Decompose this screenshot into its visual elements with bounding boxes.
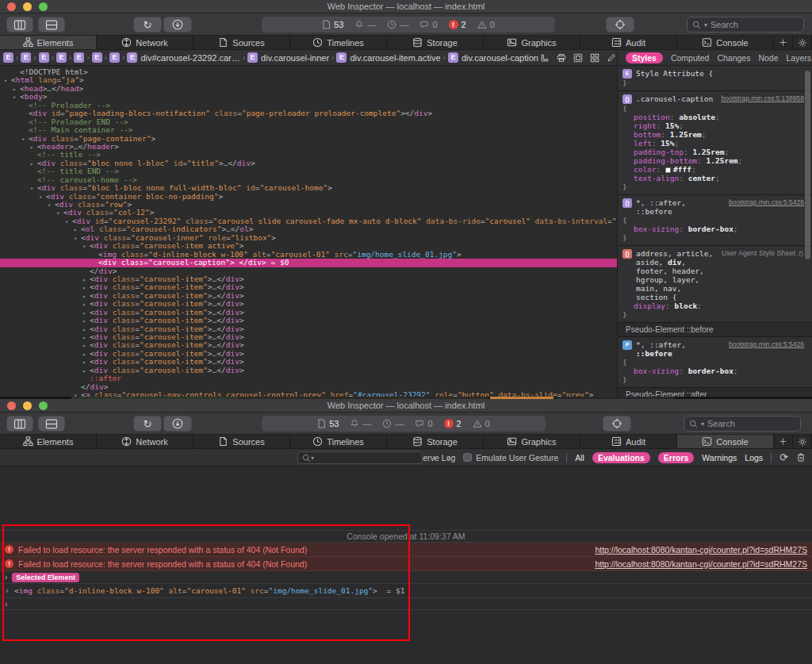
stylesheet-source-link[interactable]: bootstrap.min.css:5:5426 bbox=[729, 340, 804, 349]
css-property[interactable]: left: 15%; bbox=[622, 139, 804, 148]
css-property[interactable]: box-sizing: border-box; bbox=[622, 367, 804, 375]
tab-sources[interactable]: Sources bbox=[193, 36, 290, 49]
tab-console[interactable]: Console bbox=[677, 435, 774, 448]
tab-storage[interactable]: Storage bbox=[387, 36, 484, 49]
reload-page-button[interactable]: ↻ bbox=[133, 17, 162, 33]
search-input[interactable]: ▾ Search bbox=[687, 17, 804, 33]
console-result-row[interactable]: ‹<img class="d-inline-block w-100" alt="… bbox=[0, 584, 812, 598]
breadcrumb-item-collapsed[interactable]: E bbox=[3, 52, 13, 63]
add-tab-button[interactable] bbox=[774, 435, 793, 448]
tab-sources[interactable]: Sources bbox=[193, 435, 290, 448]
css-property[interactable]: box-sizing: border-box; bbox=[622, 225, 804, 233]
console-evaluation-row[interactable]: ›Selected Element bbox=[0, 571, 812, 584]
css-property[interactable]: text-align: center; bbox=[622, 174, 804, 182]
stylesheet-source-link[interactable]: bootstrap.min.css:5:5426 bbox=[729, 198, 804, 207]
emulate-user-gesture-checkbox[interactable]: Emulate User Gesture bbox=[463, 453, 558, 462]
breadcrumb-item[interactable]: Ediv.carousel-inner bbox=[247, 52, 329, 63]
dom-tree-line[interactable]: <!DOCTYPE html> bbox=[0, 68, 617, 76]
css-property[interactable]: color: #fff; bbox=[622, 165, 804, 174]
console-error-row[interactable]: !Failed to load resource: the server res… bbox=[0, 543, 812, 557]
breadcrumb-item[interactable]: Ediv#carousel-23292.car… bbox=[127, 52, 239, 63]
zoom-window-button[interactable] bbox=[39, 401, 48, 410]
styles-sidebar-tab-styles[interactable]: Styles bbox=[626, 52, 663, 63]
element-picker-button[interactable] bbox=[606, 17, 634, 33]
tab-console[interactable]: Console bbox=[677, 36, 774, 49]
close-window-button[interactable] bbox=[7, 401, 16, 410]
breadcrumb-item[interactable]: Ediv.carousel-item.active bbox=[336, 52, 440, 63]
breadcrumb-item-collapsed[interactable]: E bbox=[56, 52, 67, 63]
breadcrumb-item-collapsed[interactable]: E bbox=[39, 52, 49, 63]
zoom-window-button[interactable] bbox=[39, 2, 48, 11]
tab-network[interactable]: Network bbox=[97, 36, 193, 49]
status-pill[interactable]: 53 — — 0 !2 0 bbox=[262, 17, 555, 33]
next-result-button[interactable]: › bbox=[442, 451, 455, 464]
console-error-row[interactable]: !Failed to load resource: the server res… bbox=[0, 557, 812, 571]
breadcrumb-item-collapsed[interactable]: E bbox=[92, 52, 102, 63]
css-property[interactable]: padding-top: 1.25rem; bbox=[622, 148, 804, 156]
element-picker-button[interactable] bbox=[603, 416, 631, 432]
console-scope-evaluations[interactable]: Evaluations bbox=[592, 452, 650, 463]
error-source-link[interactable]: http://localhost:8080/kantan-cgi/counter… bbox=[595, 559, 807, 569]
settings-gear-icon[interactable] bbox=[793, 435, 812, 448]
css-property[interactable]: right: 15%; bbox=[622, 121, 804, 130]
console-scope-logs[interactable]: Logs bbox=[745, 453, 763, 462]
css-property[interactable]: bottom: 1.25rem; bbox=[622, 130, 804, 139]
grid-icon[interactable] bbox=[590, 53, 599, 63]
breadcrumb-item-collapsed[interactable]: E bbox=[21, 52, 31, 63]
search-input[interactable]: ▾ Search bbox=[684, 416, 801, 432]
add-tab-button[interactable] bbox=[774, 36, 793, 49]
styles-sidebar-tab-layers[interactable]: Layers bbox=[787, 53, 812, 63]
css-property[interactable]: position: absolute; bbox=[622, 113, 804, 121]
close-window-button[interactable] bbox=[7, 2, 16, 11]
tab-timelines[interactable]: Timelines bbox=[290, 435, 387, 448]
console-prompt[interactable]: › bbox=[0, 598, 812, 610]
printer-icon[interactable] bbox=[557, 53, 566, 63]
stylesheet-source-link[interactable]: bootstrap.min.css:5:138958 bbox=[722, 94, 804, 103]
breadcrumb-item-collapsed[interactable]: E bbox=[109, 52, 120, 63]
status-pill[interactable]: 53 — — 0 !2 0 bbox=[262, 416, 546, 432]
toggle-split-console-button[interactable] bbox=[38, 416, 65, 432]
minimize-window-button[interactable] bbox=[23, 2, 32, 11]
tab-graphics[interactable]: Graphics bbox=[484, 36, 580, 49]
tab-network[interactable]: Network bbox=[97, 435, 193, 448]
tab-storage[interactable]: Storage bbox=[387, 435, 484, 448]
console-output-area[interactable]: Console opened at 11:09:37 AM!Failed to … bbox=[0, 466, 812, 664]
dom-tree-line[interactable]: <img class="d-inline-block w-100" alt="c… bbox=[0, 251, 617, 259]
frame-icon[interactable] bbox=[573, 53, 583, 63]
dom-tree-line[interactable]: ▾<html lang="ja"> bbox=[0, 76, 617, 84]
tab-elements[interactable]: Elements bbox=[0, 36, 97, 49]
styles-sidebar-tab-computed[interactable]: Computed bbox=[671, 53, 709, 63]
dom-tree-line[interactable]: ▾<a class="carousel-nav-controls carouse… bbox=[0, 391, 617, 397]
console-scope-all[interactable]: All bbox=[575, 453, 584, 462]
error-source-link[interactable]: http://localhost:8080/kantan-cgi/counter… bbox=[595, 545, 807, 555]
tab-audit[interactable]: Audit bbox=[580, 36, 677, 49]
settings-gear-icon[interactable] bbox=[793, 36, 812, 49]
styles-sidebar-tab-changes[interactable]: Changes bbox=[717, 53, 750, 63]
reload-page-button[interactable]: ↻ bbox=[133, 416, 162, 432]
title-bar[interactable]: Web Inspector — localhost — index.html bbox=[0, 0, 812, 13]
pencil-icon[interactable] bbox=[607, 53, 616, 63]
minimize-window-button[interactable] bbox=[23, 401, 32, 410]
css-property[interactable]: padding-bottom: 1.25rem; bbox=[622, 156, 804, 165]
tab-audit[interactable]: Audit bbox=[580, 435, 677, 448]
previous-result-button[interactable]: ‹ bbox=[428, 451, 441, 464]
toggle-left-sidebar-button[interactable] bbox=[6, 17, 33, 33]
css-property[interactable]: display: block; bbox=[622, 301, 804, 310]
tab-graphics[interactable]: Graphics bbox=[484, 435, 580, 448]
clear-on-reload-icon[interactable]: ⟳ bbox=[779, 452, 788, 462]
console-filter-input[interactable]: ▾ bbox=[297, 451, 423, 464]
title-bar[interactable]: Web Inspector — localhost — index.html bbox=[0, 399, 812, 413]
styles-sidebar-tab-node[interactable]: Node bbox=[758, 53, 778, 63]
download-page-button[interactable] bbox=[163, 416, 192, 432]
download-page-button[interactable] bbox=[163, 17, 192, 33]
styles-scrollbar[interactable] bbox=[805, 71, 810, 259]
tab-elements[interactable]: Elements bbox=[0, 435, 97, 448]
dom-tree-line[interactable]: ▸<head>…</head> bbox=[0, 85, 617, 93]
toggle-left-sidebar-button[interactable] bbox=[6, 416, 33, 432]
breadcrumb-item[interactable]: Ediv.carousel-caption bbox=[448, 52, 538, 63]
console-scope-errors[interactable]: Errors bbox=[658, 452, 695, 463]
ruler-icon[interactable] bbox=[540, 53, 550, 63]
breadcrumb-item-collapsed[interactable]: E bbox=[74, 52, 84, 63]
console-scope-warnings[interactable]: Warnings bbox=[702, 453, 737, 462]
toggle-split-console-button[interactable] bbox=[38, 17, 65, 33]
